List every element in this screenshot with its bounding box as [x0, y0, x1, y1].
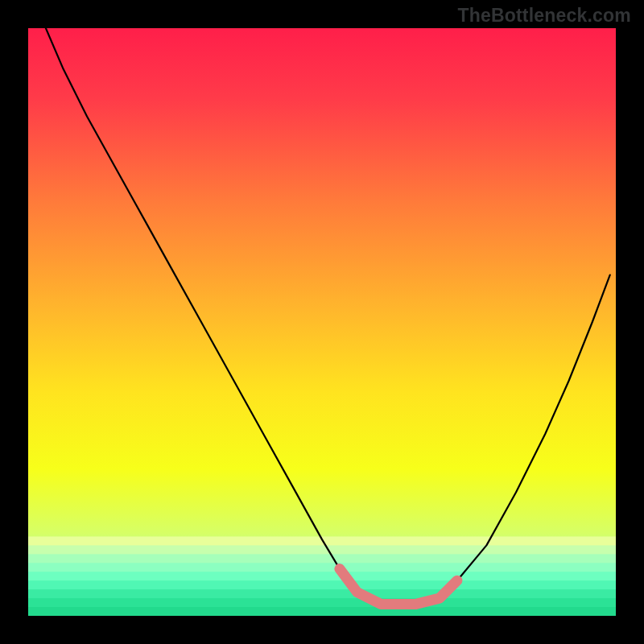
svg-rect-7	[28, 598, 616, 608]
svg-rect-8	[28, 607, 616, 616]
svg-rect-6	[28, 589, 616, 599]
svg-rect-4	[28, 572, 616, 581]
gradient-background	[28, 28, 616, 616]
plot-area	[28, 28, 616, 616]
chart-frame: TheBottleneck.com	[0, 0, 644, 644]
svg-rect-2	[28, 554, 616, 564]
watermark-text: TheBottleneck.com	[457, 5, 631, 27]
svg-rect-3	[28, 563, 616, 572]
svg-rect-5	[28, 580, 616, 590]
chart-svg	[28, 28, 616, 616]
svg-rect-1	[28, 545, 616, 555]
bottom-banding	[28, 536, 616, 616]
